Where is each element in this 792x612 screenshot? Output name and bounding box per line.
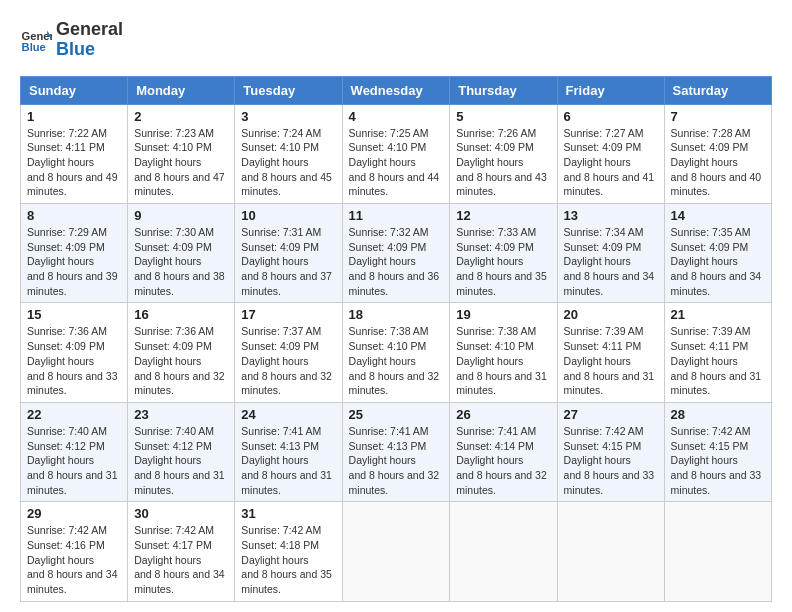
- day-info: Sunrise: 7:39 AM Sunset: 4:11 PM Dayligh…: [671, 324, 765, 397]
- calendar-cell: 29 Sunrise: 7:42 AM Sunset: 4:16 PM Dayl…: [21, 502, 128, 601]
- day-number: 5: [456, 109, 550, 124]
- day-number: 12: [456, 208, 550, 223]
- weekday-header-thursday: Thursday: [450, 76, 557, 104]
- day-number: 15: [27, 307, 121, 322]
- day-info: Sunrise: 7:25 AM Sunset: 4:10 PM Dayligh…: [349, 126, 444, 199]
- calendar-cell: 1 Sunrise: 7:22 AM Sunset: 4:11 PM Dayli…: [21, 104, 128, 203]
- day-number: 25: [349, 407, 444, 422]
- calendar-cell: 17 Sunrise: 7:37 AM Sunset: 4:09 PM Dayl…: [235, 303, 342, 402]
- day-info: Sunrise: 7:39 AM Sunset: 4:11 PM Dayligh…: [564, 324, 658, 397]
- day-info: Sunrise: 7:29 AM Sunset: 4:09 PM Dayligh…: [27, 225, 121, 298]
- logo-icon: General Blue: [20, 24, 52, 56]
- weekday-header-wednesday: Wednesday: [342, 76, 450, 104]
- calendar-cell: 8 Sunrise: 7:29 AM Sunset: 4:09 PM Dayli…: [21, 204, 128, 303]
- day-info: Sunrise: 7:30 AM Sunset: 4:09 PM Dayligh…: [134, 225, 228, 298]
- day-info: Sunrise: 7:28 AM Sunset: 4:09 PM Dayligh…: [671, 126, 765, 199]
- day-info: Sunrise: 7:22 AM Sunset: 4:11 PM Dayligh…: [27, 126, 121, 199]
- calendar-table: SundayMondayTuesdayWednesdayThursdayFrid…: [20, 76, 772, 602]
- calendar-cell: [557, 502, 664, 601]
- svg-text:Blue: Blue: [22, 41, 46, 53]
- day-number: 24: [241, 407, 335, 422]
- day-info: Sunrise: 7:34 AM Sunset: 4:09 PM Dayligh…: [564, 225, 658, 298]
- calendar-cell: 2 Sunrise: 7:23 AM Sunset: 4:10 PM Dayli…: [128, 104, 235, 203]
- day-number: 8: [27, 208, 121, 223]
- day-number: 9: [134, 208, 228, 223]
- calendar-cell: 25 Sunrise: 7:41 AM Sunset: 4:13 PM Dayl…: [342, 402, 450, 501]
- day-number: 29: [27, 506, 121, 521]
- calendar-cell: 5 Sunrise: 7:26 AM Sunset: 4:09 PM Dayli…: [450, 104, 557, 203]
- day-number: 18: [349, 307, 444, 322]
- day-info: Sunrise: 7:41 AM Sunset: 4:13 PM Dayligh…: [241, 424, 335, 497]
- weekday-header-sunday: Sunday: [21, 76, 128, 104]
- day-number: 21: [671, 307, 765, 322]
- calendar-cell: 14 Sunrise: 7:35 AM Sunset: 4:09 PM Dayl…: [664, 204, 771, 303]
- day-number: 4: [349, 109, 444, 124]
- day-number: 7: [671, 109, 765, 124]
- week-row-4: 22 Sunrise: 7:40 AM Sunset: 4:12 PM Dayl…: [21, 402, 772, 501]
- week-row-1: 1 Sunrise: 7:22 AM Sunset: 4:11 PM Dayli…: [21, 104, 772, 203]
- day-number: 2: [134, 109, 228, 124]
- calendar-cell: 16 Sunrise: 7:36 AM Sunset: 4:09 PM Dayl…: [128, 303, 235, 402]
- day-info: Sunrise: 7:41 AM Sunset: 4:13 PM Dayligh…: [349, 424, 444, 497]
- day-number: 22: [27, 407, 121, 422]
- day-info: Sunrise: 7:36 AM Sunset: 4:09 PM Dayligh…: [134, 324, 228, 397]
- day-number: 1: [27, 109, 121, 124]
- calendar-cell: 26 Sunrise: 7:41 AM Sunset: 4:14 PM Dayl…: [450, 402, 557, 501]
- calendar-cell: 3 Sunrise: 7:24 AM Sunset: 4:10 PM Dayli…: [235, 104, 342, 203]
- day-number: 6: [564, 109, 658, 124]
- day-number: 3: [241, 109, 335, 124]
- day-number: 10: [241, 208, 335, 223]
- calendar-cell: 4 Sunrise: 7:25 AM Sunset: 4:10 PM Dayli…: [342, 104, 450, 203]
- calendar-cell: 10 Sunrise: 7:31 AM Sunset: 4:09 PM Dayl…: [235, 204, 342, 303]
- day-info: Sunrise: 7:42 AM Sunset: 4:16 PM Dayligh…: [27, 523, 121, 596]
- calendar-cell: 23 Sunrise: 7:40 AM Sunset: 4:12 PM Dayl…: [128, 402, 235, 501]
- weekday-header-tuesday: Tuesday: [235, 76, 342, 104]
- calendar-cell: 20 Sunrise: 7:39 AM Sunset: 4:11 PM Dayl…: [557, 303, 664, 402]
- page-header: General Blue General Blue: [20, 20, 772, 60]
- weekday-header-row: SundayMondayTuesdayWednesdayThursdayFrid…: [21, 76, 772, 104]
- calendar-cell: 12 Sunrise: 7:33 AM Sunset: 4:09 PM Dayl…: [450, 204, 557, 303]
- day-number: 19: [456, 307, 550, 322]
- calendar-cell: 22 Sunrise: 7:40 AM Sunset: 4:12 PM Dayl…: [21, 402, 128, 501]
- weekday-header-friday: Friday: [557, 76, 664, 104]
- calendar-cell: 30 Sunrise: 7:42 AM Sunset: 4:17 PM Dayl…: [128, 502, 235, 601]
- calendar-cell: 31 Sunrise: 7:42 AM Sunset: 4:18 PM Dayl…: [235, 502, 342, 601]
- week-row-3: 15 Sunrise: 7:36 AM Sunset: 4:09 PM Dayl…: [21, 303, 772, 402]
- calendar-cell: 18 Sunrise: 7:38 AM Sunset: 4:10 PM Dayl…: [342, 303, 450, 402]
- day-info: Sunrise: 7:36 AM Sunset: 4:09 PM Dayligh…: [27, 324, 121, 397]
- calendar-cell: 15 Sunrise: 7:36 AM Sunset: 4:09 PM Dayl…: [21, 303, 128, 402]
- day-info: Sunrise: 7:32 AM Sunset: 4:09 PM Dayligh…: [349, 225, 444, 298]
- calendar-cell: [450, 502, 557, 601]
- calendar-cell: 21 Sunrise: 7:39 AM Sunset: 4:11 PM Dayl…: [664, 303, 771, 402]
- day-info: Sunrise: 7:41 AM Sunset: 4:14 PM Dayligh…: [456, 424, 550, 497]
- logo: General Blue General Blue: [20, 20, 123, 60]
- week-row-2: 8 Sunrise: 7:29 AM Sunset: 4:09 PM Dayli…: [21, 204, 772, 303]
- day-number: 23: [134, 407, 228, 422]
- day-number: 28: [671, 407, 765, 422]
- calendar-cell: [664, 502, 771, 601]
- day-info: Sunrise: 7:33 AM Sunset: 4:09 PM Dayligh…: [456, 225, 550, 298]
- calendar-cell: 7 Sunrise: 7:28 AM Sunset: 4:09 PM Dayli…: [664, 104, 771, 203]
- day-info: Sunrise: 7:35 AM Sunset: 4:09 PM Dayligh…: [671, 225, 765, 298]
- calendar-cell: 28 Sunrise: 7:42 AM Sunset: 4:15 PM Dayl…: [664, 402, 771, 501]
- day-number: 26: [456, 407, 550, 422]
- day-info: Sunrise: 7:42 AM Sunset: 4:17 PM Dayligh…: [134, 523, 228, 596]
- calendar-cell: 6 Sunrise: 7:27 AM Sunset: 4:09 PM Dayli…: [557, 104, 664, 203]
- day-number: 20: [564, 307, 658, 322]
- day-info: Sunrise: 7:42 AM Sunset: 4:15 PM Dayligh…: [671, 424, 765, 497]
- weekday-header-monday: Monday: [128, 76, 235, 104]
- day-info: Sunrise: 7:38 AM Sunset: 4:10 PM Dayligh…: [349, 324, 444, 397]
- day-info: Sunrise: 7:26 AM Sunset: 4:09 PM Dayligh…: [456, 126, 550, 199]
- day-number: 30: [134, 506, 228, 521]
- day-number: 31: [241, 506, 335, 521]
- day-info: Sunrise: 7:42 AM Sunset: 4:15 PM Dayligh…: [564, 424, 658, 497]
- calendar-cell: [342, 502, 450, 601]
- calendar-cell: 24 Sunrise: 7:41 AM Sunset: 4:13 PM Dayl…: [235, 402, 342, 501]
- weekday-header-saturday: Saturday: [664, 76, 771, 104]
- day-info: Sunrise: 7:24 AM Sunset: 4:10 PM Dayligh…: [241, 126, 335, 199]
- day-number: 13: [564, 208, 658, 223]
- calendar-cell: 9 Sunrise: 7:30 AM Sunset: 4:09 PM Dayli…: [128, 204, 235, 303]
- day-info: Sunrise: 7:31 AM Sunset: 4:09 PM Dayligh…: [241, 225, 335, 298]
- day-number: 27: [564, 407, 658, 422]
- calendar-cell: 13 Sunrise: 7:34 AM Sunset: 4:09 PM Dayl…: [557, 204, 664, 303]
